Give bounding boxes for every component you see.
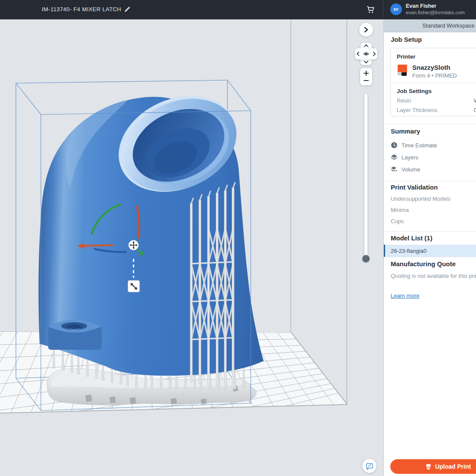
topbar-divider	[383, 0, 383, 19]
job-settings-label: Job Settings	[397, 88, 432, 94]
zoom-control[interactable]	[360, 68, 372, 85]
divider	[384, 257, 476, 257]
validation-cups[interactable]: Cups	[391, 218, 404, 224]
view-pan-pad-horizontal[interactable]	[355, 48, 377, 59]
top-bar: IM-113740- F4 MIXER LATCH EF Evan Fisher…	[0, 0, 476, 19]
cart-icon[interactable]	[365, 4, 376, 15]
layer-thickness-label: Layer Thickness	[397, 107, 437, 113]
resin-value: W	[474, 97, 476, 104]
workspace-label: Standard Workspace	[422, 22, 474, 29]
model-list-heading: Model List (1)	[391, 234, 432, 242]
divider	[384, 181, 476, 181]
workspace-switcher[interactable]: Standard Workspace	[384, 19, 476, 32]
edit-title-icon[interactable]	[124, 6, 131, 13]
job-title: IM-113740- F4 MIXER LATCH	[42, 6, 121, 12]
divider	[384, 231, 476, 232]
model-name: 26-23-flangia0	[391, 248, 426, 254]
gizmo-scale-handle[interactable]	[128, 280, 140, 292]
printer-form4-icon	[396, 64, 408, 77]
right-panel: Standard Workspace Job Setup Printer Sna…	[383, 19, 476, 476]
layer-slider-handle[interactable]	[362, 255, 370, 262]
quote-unavailable-text: Quoting is not available for this printe…	[391, 272, 476, 280]
clock-icon	[391, 142, 398, 149]
volume-icon	[391, 166, 398, 173]
learn-more-link[interactable]: Learn more	[391, 292, 419, 299]
gizmo-green-knob[interactable]	[140, 252, 143, 255]
summary-volume: Volume	[391, 166, 420, 173]
summary-time-estimate: Time Estimate	[391, 142, 437, 149]
upload-print-button[interactable]: Upload Print	[390, 459, 476, 474]
gizmo-center-handle[interactable]	[129, 240, 139, 250]
divider	[384, 124, 476, 124]
model-list-item[interactable]: 26-23-flangia0	[384, 245, 476, 257]
chevron-right-icon	[363, 27, 369, 33]
summary-item-label: Time Estimate	[401, 142, 437, 149]
printer-section: Printer SnazzySloth Form 4 • PRIMED	[391, 48, 476, 83]
layer-slider-track[interactable]	[364, 94, 367, 260]
collapse-panel-button[interactable]	[359, 23, 373, 37]
job-setup-heading: Job Setup	[391, 36, 422, 43]
layer-thickness-value: 0	[474, 107, 476, 113]
feedback-button[interactable]	[362, 459, 376, 473]
viewport-3d-scene	[0, 0, 383, 476]
summary-heading: Summary	[391, 128, 420, 135]
printer-model: Form 4 • PRIMED	[412, 72, 457, 79]
resin-label: Resin	[397, 97, 411, 104]
avatar[interactable]: EF	[390, 3, 402, 15]
summary-layers: Layers	[391, 154, 418, 161]
printer-card[interactable]: Printer SnazzySloth Form 4 • PRIMED Job …	[390, 48, 476, 116]
layers-icon	[391, 154, 398, 161]
validation-minima[interactable]: Minima	[391, 207, 409, 213]
validation-undersupported[interactable]: Undersupported Models	[391, 196, 451, 202]
model-foot	[48, 320, 102, 350]
user-email: evan.fisher@formlabs.com	[406, 10, 465, 15]
summary-item-label: Volume	[401, 166, 420, 173]
upload-printer-icon	[425, 464, 432, 470]
upload-print-label: Upload Print	[435, 463, 471, 470]
summary-item-label: Layers	[401, 154, 418, 161]
feedback-pencil-icon	[365, 461, 374, 471]
user-name: Evan Fisher	[406, 3, 436, 9]
printer-name: SnazzySloth	[412, 64, 450, 71]
preform-app-window: IM-113740- F4 MIXER LATCH EF Evan Fisher…	[0, 0, 476, 476]
printer-label: Printer	[397, 53, 416, 60]
print-validation-heading: Print Validation	[391, 184, 438, 191]
manufacturing-quote-heading: Manufacturing Quote	[391, 260, 456, 268]
